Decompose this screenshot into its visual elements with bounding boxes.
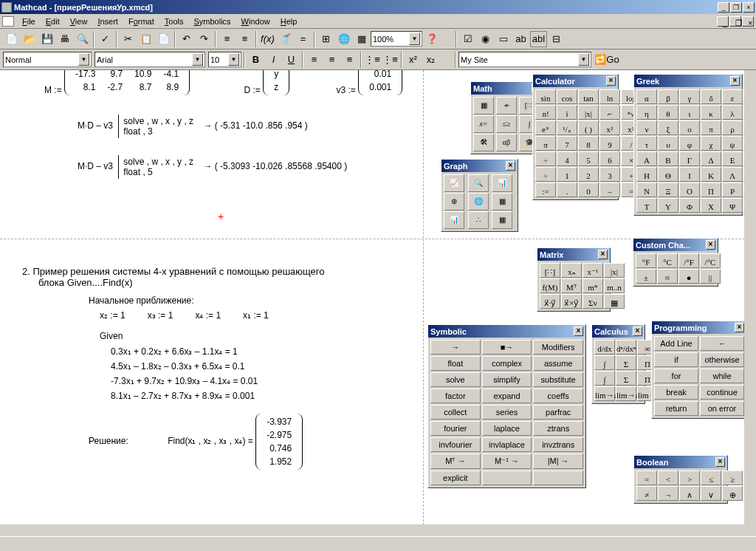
- go-button[interactable]: 🔁Go: [592, 52, 622, 68]
- palette-boolean[interactable]: Boolean× =<>≤≥≠¬∧∨⊕: [633, 455, 728, 504]
- scrollbar-horizontal[interactable]: [0, 524, 744, 536]
- component-button[interactable]: ⊞: [317, 31, 334, 47]
- chk-button[interactable]: ☑: [459, 31, 476, 47]
- workspace: M := -17.39.710.9-4.18.1-2.78.78.9 D := …: [0, 70, 756, 536]
- var-M: M :=: [44, 85, 62, 95]
- equations: 0.3x₁ + 0.2x₂ + 6.6x₃ – 1.1x₄ = 14.5x₁ –…: [111, 344, 406, 403]
- mdi-close[interactable]: ×: [742, 16, 754, 27]
- fx-button[interactable]: f(x): [259, 31, 276, 47]
- size-combo[interactable]: 10▼: [208, 52, 241, 67]
- matrix-D: yz: [263, 70, 289, 95]
- text-button[interactable]: ab: [512, 31, 529, 47]
- window-buttons: _ ❐ ×: [718, 2, 755, 13]
- doc-icon[interactable]: [2, 16, 14, 27]
- var-D: D :=: [244, 85, 260, 95]
- status-bar: [0, 536, 756, 551]
- maximize-button[interactable]: ❐: [730, 2, 742, 13]
- sup-button[interactable]: x²: [405, 52, 422, 68]
- section2-text: 2. Пример решения системы 4-х уравнений …: [22, 266, 406, 277]
- numbers-button[interactable]: ⋮≡: [382, 52, 399, 68]
- radio-button[interactable]: ◉: [477, 31, 494, 47]
- app-icon: [1, 2, 12, 13]
- print-button[interactable]: 🖶: [56, 31, 73, 47]
- menu-bar: File Edit View Insert Format Tools Symbo…: [0, 14, 756, 29]
- align-button[interactable]: ≡: [219, 31, 236, 47]
- toolbar-standard: 📄 📂 💾 🖶 🔍 ✓ ✂ 📋 📄 ↶ ↷ ≡ ≡ f(x) 🥤 = ⊞ 🌐 ▦…: [0, 29, 756, 49]
- minimize-button[interactable]: _: [718, 2, 729, 13]
- palette-calculus[interactable]: Calculus× d/dxdⁿ/dxⁿ∞∫ΣΠ∫ΣΠlim→alim→a⁺li…: [591, 324, 645, 404]
- toolbar-format: Normal▼ Arial▼ 10▼ B I U ≡ ≡ ≡ ⋮≡ ⋮≡ x² …: [0, 49, 756, 70]
- sub-button[interactable]: x₂: [422, 52, 439, 68]
- underline-button[interactable]: U: [283, 52, 300, 68]
- help-button[interactable]: ❓: [423, 31, 440, 47]
- palette-graph[interactable]: Graph× 📈🔍📊 ⊕🌐▦ 📊∴▦: [441, 159, 518, 232]
- palette-symbolic[interactable]: Symbolic× →■→Modifiersfloatcomplexassume…: [427, 324, 586, 488]
- palette-calculator[interactable]: Calculator× sincostanlnlogn!i|x|⌐ⁿ√eˣ¹/ₓ…: [532, 74, 619, 200]
- matrix-v3: 0.010.001: [358, 70, 402, 95]
- paste-button[interactable]: 📄: [155, 31, 172, 47]
- title-bar: Mathcad - [приерРешенияУр.xmcd] _ ❐ ×: [0, 0, 756, 14]
- cut-button[interactable]: ✂: [120, 31, 137, 47]
- var-v3: v3 :=: [336, 85, 355, 95]
- slider-button[interactable]: ⊟: [548, 31, 565, 47]
- align-right[interactable]: ≡: [341, 52, 358, 68]
- menu-insert[interactable]: Insert: [92, 16, 123, 27]
- menu-help[interactable]: Help: [275, 16, 303, 27]
- palette-greek[interactable]: Greek× αβγδεζηθικλμνξοπρστυφχψωΑΒΓΔΕΖΗΘΙ…: [633, 74, 743, 216]
- close-button[interactable]: ×: [743, 2, 755, 13]
- align2-button[interactable]: ≡: [236, 31, 253, 47]
- globe-button[interactable]: 🌐: [335, 31, 352, 47]
- table-button[interactable]: ▦: [353, 31, 370, 47]
- matrix-M: -17.39.710.9-4.18.1-2.78.78.9: [64, 70, 190, 95]
- style-combo[interactable]: Normal▼: [3, 52, 92, 67]
- btn-button[interactable]: ▭: [495, 31, 512, 47]
- copy-button[interactable]: 📋: [137, 31, 154, 47]
- new-button[interactable]: 📄: [3, 31, 20, 47]
- palette-programming[interactable]: Programming× Add Line←ifotherwiseforwhil…: [651, 321, 747, 419]
- spellcheck-button[interactable]: ✓: [97, 31, 114, 47]
- menu-file[interactable]: File: [17, 16, 41, 27]
- expr1: M·D – v3 solve , w , x , y , zfloat , 3 …: [78, 114, 308, 138]
- italic-button[interactable]: I: [265, 52, 282, 68]
- scrollbar-vertical[interactable]: [744, 70, 756, 536]
- unit-button[interactable]: 🥤: [277, 31, 294, 47]
- menu-tools[interactable]: Tools: [159, 16, 189, 27]
- palette-custom[interactable]: Custom Cha...× °F°C/°F/°C±≈●||: [633, 238, 718, 287]
- calc-button[interactable]: =: [295, 31, 312, 47]
- zoom-combo[interactable]: 100%▼: [371, 31, 422, 47]
- palette-matrix[interactable]: Matrix× [∷]xₙx⁻¹|x|f(M)Mᵀmᶰm..nx⃗·y⃗x⃗×y…: [537, 247, 611, 312]
- mdi-restore[interactable]: ❐: [729, 16, 741, 27]
- expr2: M·D – v3 solve , w , x , y , zfloat , 5 …: [78, 155, 347, 179]
- menu-edit[interactable]: Edit: [41, 16, 65, 27]
- menu-window[interactable]: Window: [236, 16, 275, 27]
- save-button[interactable]: 💾: [38, 31, 55, 47]
- menu-view[interactable]: View: [65, 16, 93, 27]
- init-label: Начальное приближение:: [89, 295, 406, 306]
- bold-button[interactable]: B: [247, 52, 264, 68]
- font-combo[interactable]: Arial▼: [94, 52, 205, 67]
- menu-symbolics[interactable]: Symbolics: [188, 16, 236, 27]
- list-button[interactable]: abl: [530, 31, 547, 47]
- site-combo[interactable]: My Site▼: [458, 52, 591, 67]
- open-button[interactable]: 📂: [21, 31, 38, 47]
- given: Given: [100, 331, 406, 341]
- undo-button[interactable]: ↶: [178, 31, 195, 47]
- preview-button[interactable]: 🔍: [74, 31, 91, 47]
- align-left[interactable]: ≡: [306, 52, 323, 68]
- bullets-button[interactable]: ⋮≡: [364, 52, 381, 68]
- solution: Решение: Find(x₁ , x₂ , x₃ , x₄) = -3.93…: [89, 414, 406, 470]
- redo-button[interactable]: ↷: [196, 31, 213, 47]
- init-values: x₂ := 1x₃ := 1x₄ := 1x₁ := 1: [100, 310, 406, 321]
- menu-format[interactable]: Format: [123, 16, 159, 27]
- cursor-cross: +: [218, 211, 224, 222]
- align-center[interactable]: ≡: [323, 52, 340, 68]
- window-title: Mathcad - [приерРешенияУр.xmcd]: [14, 3, 718, 12]
- mdi-minimize[interactable]: _: [717, 16, 729, 27]
- document-area[interactable]: M := -17.39.710.9-4.18.1-2.78.78.9 D := …: [7, 70, 424, 536]
